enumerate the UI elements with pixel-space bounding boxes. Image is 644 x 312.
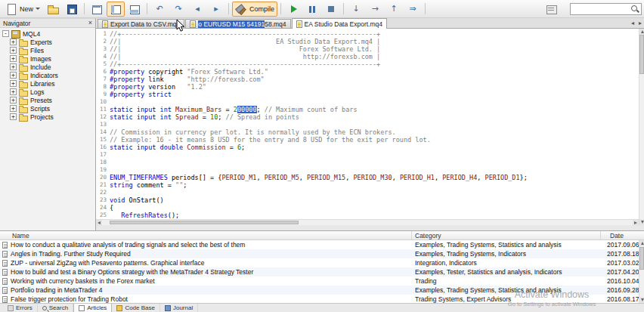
tree-item-presets[interactable]: +Presets: [0, 96, 95, 104]
step-out-button[interactable]: ↑: [385, 2, 403, 17]
code-line[interactable]: 2//| EA Studio Data Export.mq4 |: [96, 38, 639, 45]
code-line[interactable]: 17: [96, 151, 639, 159]
expander-icon[interactable]: +: [10, 105, 17, 112]
tree-item-include[interactable]: +Include: [0, 63, 95, 71]
terminal-button[interactable]: [542, 2, 560, 17]
bottom-tab-articles[interactable]: Articles: [73, 304, 112, 312]
article-row[interactable]: Portfolio trading in MetaTrader 4Example…: [0, 286, 644, 295]
editor-hscroll-thumb[interactable]: [110, 221, 299, 224]
expander-icon[interactable]: +: [10, 80, 17, 87]
bottom-tab-errors[interactable]: Errors: [3, 304, 38, 312]
scroll-up-icon[interactable]: [639, 29, 644, 35]
code-line[interactable]: 16static input double Commission = 6;: [96, 144, 639, 151]
save-button[interactable]: [63, 2, 81, 17]
column-header-date[interactable]: Date: [601, 231, 644, 239]
tab-scroll-left-icon[interactable]: ◂: [629, 20, 636, 26]
toolbox-vscrollbar[interactable]: [639, 240, 644, 303]
article-row[interactable]: How to conduct a qualitative analysis of…: [0, 240, 644, 249]
code-line[interactable]: 10: [96, 98, 639, 106]
code-line[interactable]: 7#property link "http://forexsb.com": [96, 76, 639, 83]
pause-debug-button[interactable]: [303, 2, 321, 17]
expander-icon[interactable]: +: [10, 88, 17, 95]
article-row[interactable]: How to build and test a Binary Options s…: [0, 267, 644, 276]
expander-icon[interactable]: +: [10, 39, 17, 45]
code-line[interactable]: 15// Example: 16 - it means 8 USD for th…: [96, 136, 639, 144]
scroll-down-icon[interactable]: [639, 297, 644, 303]
expander-icon[interactable]: +: [10, 113, 17, 120]
code-line[interactable]: 1//+------------------------------------…: [96, 30, 639, 38]
tree-item-images[interactable]: +Images: [0, 54, 95, 63]
expander-icon[interactable]: +: [10, 63, 17, 70]
expander-icon[interactable]: -: [2, 30, 9, 37]
redo-button[interactable]: ↷: [169, 2, 187, 17]
code-line[interactable]: 6#property copyright "Forex Software Ltd…: [96, 68, 639, 76]
expander-icon[interactable]: +: [10, 97, 17, 103]
code-line[interactable]: 25 RefreshRates();: [96, 212, 639, 219]
code-line[interactable]: 24{: [96, 204, 639, 212]
article-row[interactable]: ZUP - universal ZigZag with Pesavento pa…: [0, 258, 644, 267]
code-line[interactable]: 19: [96, 166, 639, 174]
tree-item-projects[interactable]: +Projects: [0, 113, 95, 121]
code-line[interactable]: 4//| http://forexsb.com |: [96, 53, 639, 60]
step-into-button[interactable]: ↓: [347, 2, 365, 17]
tree-item-indicators[interactable]: +Indicators: [0, 71, 95, 79]
tree-item-experts[interactable]: +Experts: [0, 38, 95, 46]
code-line[interactable]: 22: [96, 189, 639, 196]
close-icon[interactable]: ×: [88, 20, 92, 26]
tree-item-mql4[interactable]: -MQL4: [0, 29, 95, 38]
code-line[interactable]: 14// Commission in currency per lot. It …: [96, 128, 639, 136]
code-line[interactable]: 11static input int Maximum_Bars = 200000…: [96, 106, 639, 113]
expander-icon[interactable]: +: [10, 55, 17, 62]
forward-button[interactable]: ▸: [207, 2, 225, 17]
scroll-up-icon[interactable]: [639, 240, 644, 246]
undo-button[interactable]: ↶: [150, 2, 169, 17]
code-area[interactable]: 1//+------------------------------------…: [96, 29, 639, 219]
tab-export-data-to-csv-mq4[interactable]: Export Data to CSV.mq4: [98, 19, 184, 28]
editor-vscroll-thumb[interactable]: [639, 35, 644, 74]
toolbox-toggle-button[interactable]: [125, 2, 144, 17]
code-line[interactable]: 21string comment = "";: [96, 181, 639, 189]
new-button[interactable]: New: [2, 2, 43, 17]
stop-debug-button[interactable]: [322, 2, 340, 17]
code-line[interactable]: 23void OnStart(): [96, 196, 639, 204]
start-debug-button[interactable]: [284, 2, 302, 17]
continue-button[interactable]: ⇒: [404, 2, 422, 17]
back-button[interactable]: ◂: [188, 2, 206, 17]
code-line[interactable]: 9#property strict: [96, 91, 639, 98]
column-header-category[interactable]: Category: [412, 231, 601, 239]
tree-item-libraries[interactable]: +Libraries: [0, 79, 95, 88]
bottom-tab-search[interactable]: Search: [38, 304, 73, 312]
bottom-tab-journal[interactable]: Journal: [160, 304, 198, 312]
scroll-left-icon[interactable]: [96, 220, 102, 226]
article-row[interactable]: Angles in Trading. Further Study Require…: [0, 249, 644, 258]
tree-item-scripts[interactable]: +Scripts: [0, 104, 95, 113]
expander-icon[interactable]: +: [10, 47, 17, 54]
search-input[interactable]: [572, 5, 630, 13]
editor-hscrollbar[interactable]: [96, 219, 639, 225]
code-line[interactable]: 5//+------------------------------------…: [96, 60, 639, 68]
article-row[interactable]: Working with currency baskets in the For…: [0, 276, 644, 286]
step-over-button[interactable]: →: [366, 2, 384, 17]
code-line[interactable]: 13: [96, 121, 639, 128]
bottom-tab-code-base[interactable]: Code Base: [112, 304, 160, 312]
editor-vscrollbar[interactable]: [639, 29, 644, 225]
toolbox-vscroll-thumb[interactable]: [639, 247, 644, 270]
search-icon[interactable]: [630, 4, 639, 14]
code-line[interactable]: 8#property version "1.2": [96, 83, 639, 91]
code-line[interactable]: 20ENUM_TIMEFRAMES periods[] = {PERIOD_M1…: [96, 174, 639, 181]
code-line[interactable]: 18: [96, 159, 639, 166]
open-button[interactable]: [44, 2, 62, 17]
code-line[interactable]: 3//| Forex Software Ltd. |: [96, 45, 639, 53]
tree-item-files[interactable]: +Files: [0, 46, 95, 54]
expander-icon[interactable]: +: [10, 72, 17, 79]
code-line[interactable]: 12static input int Spread = 10; // Sprea…: [96, 113, 639, 121]
navigator-toggle-button[interactable]: [107, 2, 125, 17]
tree-item-logs[interactable]: +Logs: [0, 88, 95, 96]
tab-o-eurusd-m15-5419158-mq4[interactable]: o EURUSD M15 5419158.mq4: [185, 19, 290, 28]
column-header-name[interactable]: Name: [0, 231, 412, 239]
tab-ea-studio-data-export-mq4[interactable]: EA Studio Data Export.mq4: [292, 18, 387, 29]
scroll-down-icon[interactable]: [639, 219, 644, 225]
tab-scroll-right-icon[interactable]: ▸: [636, 20, 644, 26]
scroll-right-icon[interactable]: [633, 220, 639, 226]
new-window-button[interactable]: [88, 2, 106, 17]
